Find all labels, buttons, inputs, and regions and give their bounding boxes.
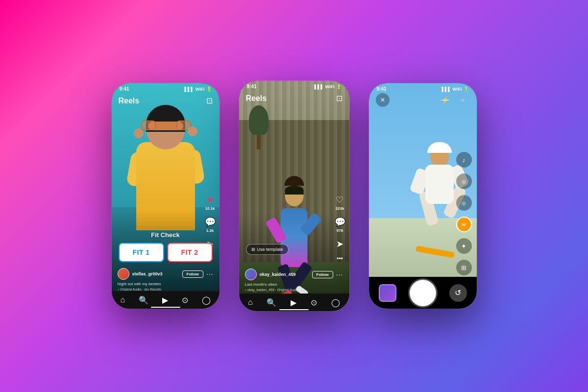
speed-high-button[interactable]: ◎: [456, 195, 472, 211]
bottom-nav-phone1: ⌂ 🔍 ▶ ⊙ ◯: [112, 291, 220, 309]
use-template-label: Use template: [257, 247, 283, 252]
user-info-bar-phone2: okay_kaiden_459 Follow ··· Last month's …: [239, 269, 349, 292]
flash-icon: ⚡: [441, 96, 449, 104]
follow-button-phone2[interactable]: Follow: [312, 271, 333, 278]
time-phone2: 9:41: [247, 84, 257, 89]
caption-phone2: Last month's vibes: [245, 282, 343, 287]
like-action-phone1[interactable]: ♥ 10.1k: [205, 195, 215, 211]
status-bar-phone3: 9:41 ▌▌▌ WiFi 🔋: [369, 83, 477, 93]
follow-button-phone1[interactable]: Follow: [182, 270, 203, 278]
poll-buttons: FIT 1 FIT 2: [119, 243, 213, 262]
phone-2: 9:41 ▌▌▌ WiFi 🔋 Reels ⊡ ♡ 223k 💬: [239, 81, 349, 311]
layout-tool-button[interactable]: ⊞: [456, 260, 472, 275]
more-action-phone2[interactable]: •••: [337, 255, 343, 262]
avatar-phone1: [118, 268, 129, 280]
bottom-nav-phone2: ⌂ 🔍 ▶ ⊙ ◯: [239, 294, 349, 311]
layout-icon: ⊞: [461, 264, 466, 271]
speed-high-icon: ◎: [462, 200, 466, 206]
status-bar-phone1: 9:41 ▌▌▌ WiFi 🔋: [112, 83, 220, 93]
nav-search-phone2[interactable]: 🔍: [267, 298, 276, 307]
nav-profile-phone2[interactable]: ◯: [331, 298, 340, 307]
audio-phone2: ♪ okay_kaiden_459 · Original Audio: [245, 288, 343, 292]
right-actions-phone2: ♡ 223k 💬 978 ➤ •••: [335, 195, 345, 262]
speed-value: 90: [462, 223, 466, 226]
flip-camera-button[interactable]: ↺: [449, 284, 467, 302]
use-template-button[interactable]: ⊞ Use template: [246, 244, 289, 255]
comment-count-phone2: 978: [337, 228, 343, 233]
comment-icon-phone1: 💬: [205, 217, 216, 227]
phone-1: 9:41 ▌▌▌ WiFi 🔋 Reels ⊡ ♥ 10.1k 💬: [112, 83, 220, 309]
time-phone3: 9:41: [377, 86, 387, 92]
poll-overlay: Fit Check FIT 1 FIT 2: [119, 231, 213, 262]
speed-low-button[interactable]: ◎: [456, 173, 472, 189]
effect-icon: ✦: [461, 243, 466, 250]
more-options-phone2[interactable]: ···: [336, 270, 343, 278]
nav-shop-phone1[interactable]: ⊙: [182, 295, 188, 305]
username-phone1: stellas_gr00v3: [132, 271, 179, 276]
camera-bottom-bar: ↺: [369, 277, 477, 309]
reels-title-phone2: Reels: [246, 94, 267, 103]
caption-phone1: Night out with my besties: [118, 282, 214, 286]
camera-button-phone2[interactable]: ⊡: [336, 94, 343, 103]
audio-phone1: ♪ Original Audio · stu Results: [118, 288, 214, 291]
home-indicator-phone1: [151, 307, 180, 308]
comment-icon-phone2: 💬: [335, 217, 345, 227]
speed-low-icon: ◎: [462, 179, 466, 184]
template-icon: ⊞: [251, 247, 255, 252]
phone-3: 9:41 ▌▌▌ WiFi 🔋 ✕ ⚡: [369, 83, 477, 309]
more-options-phone1[interactable]: ···: [206, 270, 214, 278]
camera-right-tools: ♪ ◎ ◎ 90 ✦ ⊞: [456, 152, 472, 297]
close-icon: ✕: [380, 97, 385, 103]
like-count-phone1: 10.1k: [205, 206, 215, 211]
user-info-bar-phone1: stellas_gr00v3 Follow ··· Night out with…: [112, 268, 220, 291]
nav-profile-phone1[interactable]: ◯: [202, 295, 211, 305]
share-icon-phone2: ➤: [336, 239, 343, 249]
camera-button-phone1[interactable]: ⊡: [206, 96, 213, 105]
heart-icon-phone1: ♥: [207, 195, 213, 205]
more-icon-phone2: •••: [337, 255, 343, 262]
avatar-phone2: [245, 269, 257, 280]
home-indicator-phone2: [279, 309, 309, 310]
nav-home-phone2[interactable]: ⌂: [248, 298, 253, 307]
username-phone2: okay_kaiden_459: [260, 272, 309, 277]
time-phone1: 9:41: [120, 86, 129, 92]
close-camera-button[interactable]: ✕: [376, 93, 390, 107]
comment-action-phone1[interactable]: 💬 1.2k: [205, 217, 216, 233]
camera-top-bar: ✕ ⚡ ○: [369, 93, 477, 107]
comment-action-phone2[interactable]: 💬 978: [335, 217, 345, 233]
gallery-thumbnail[interactable]: [379, 284, 396, 302]
nav-reels-phone2[interactable]: ▶: [291, 298, 296, 307]
like-count-phone2: 223k: [336, 206, 344, 211]
heart-icon-phone2: ♡: [336, 195, 343, 205]
like-action-phone2[interactable]: ♡ 223k: [336, 195, 344, 211]
flip-icon: ↺: [455, 288, 461, 297]
flash-button[interactable]: ⚡: [439, 93, 452, 107]
poll-option-1[interactable]: FIT 1: [119, 243, 164, 262]
settings-button[interactable]: ○: [456, 93, 470, 107]
music-tool-button[interactable]: ♪: [456, 152, 472, 168]
poll-title: Fit Check: [119, 231, 213, 239]
user-row-phone2: okay_kaiden_459 Follow ···: [245, 269, 343, 280]
settings-icon: ○: [461, 97, 465, 103]
music-icon: ♪: [462, 156, 466, 164]
nav-reels-phone1[interactable]: ▶: [162, 295, 168, 305]
reels-title-phone1: Reels: [119, 97, 140, 105]
share-action-phone2[interactable]: ➤: [336, 239, 343, 249]
nav-shop-phone2[interactable]: ⊙: [311, 298, 317, 307]
nav-home-phone1[interactable]: ⌂: [120, 295, 125, 304]
user-row-phone1: stellas_gr00v3 Follow ···: [118, 268, 214, 280]
shutter-button[interactable]: [410, 280, 436, 306]
nav-search-phone1[interactable]: 🔍: [139, 295, 148, 305]
camera-top-right: ⚡ ○: [439, 93, 470, 107]
status-bar-phone2: 9:41 ▌▌▌ WiFi 🔋: [239, 81, 349, 90]
speed-badge[interactable]: 90: [456, 217, 472, 232]
tree-phone2: [249, 105, 269, 149]
poll-option-2[interactable]: FIT 2: [167, 243, 213, 262]
effect-tool-button[interactable]: ✦: [456, 238, 472, 254]
status-icons-phone1: ▌▌▌ WiFi 🔋: [184, 87, 211, 92]
